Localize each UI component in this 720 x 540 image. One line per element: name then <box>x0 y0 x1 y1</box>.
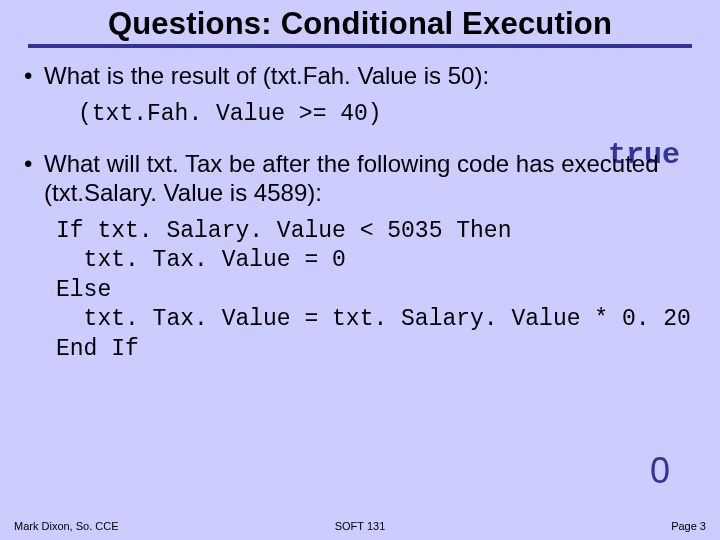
footer-center: SOFT 131 <box>0 520 720 532</box>
footer: Mark Dixon, So. CCE SOFT 131 Page 3 <box>0 520 720 532</box>
slide-title: Questions: Conditional Execution <box>28 6 692 42</box>
answer-q2: 0 <box>650 450 670 492</box>
code-q1: (txt.Fah. Value >= 40) <box>78 100 698 128</box>
code-q2: If txt. Salary. Value < 5035 Then txt. T… <box>56 217 698 364</box>
title-rule: Questions: Conditional Execution <box>28 6 692 48</box>
bullet-q1: What is the result of (txt.Fah. Value is… <box>22 62 698 90</box>
bullet-q2: What will txt. Tax be after the followin… <box>22 150 698 207</box>
